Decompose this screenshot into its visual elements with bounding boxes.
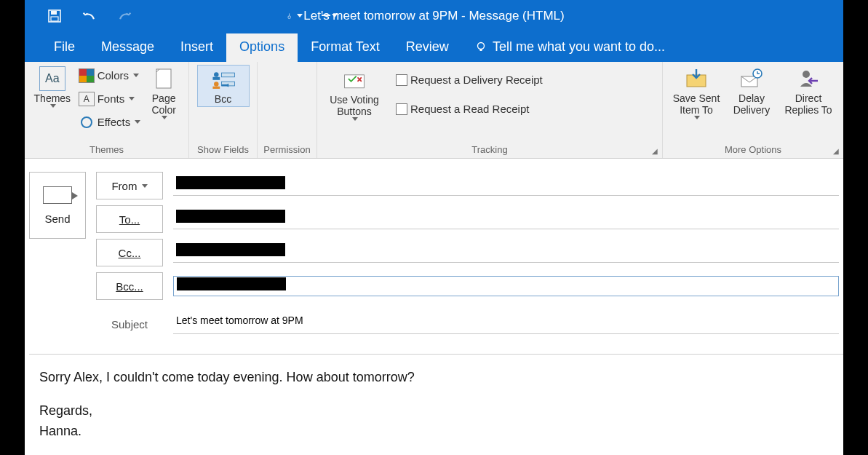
to-field[interactable]: user1@example.com: [173, 209, 839, 229]
delay-delivery-button[interactable]: Delay Delivery: [726, 65, 777, 116]
svg-rect-8: [212, 76, 220, 79]
svg-point-17: [803, 71, 810, 78]
permission-group-label: Permission: [263, 143, 311, 158]
voting-icon: [342, 68, 367, 92]
body-line: Regards,: [39, 403, 92, 418]
cc-field[interactable]: user2@example.com: [173, 242, 839, 263]
ribbon-tabs: File Message Insert Options Format Text …: [25, 32, 843, 62]
tab-insert[interactable]: Insert: [167, 33, 226, 62]
colors-button[interactable]: Colors: [79, 66, 141, 85]
tab-file[interactable]: File: [41, 33, 88, 62]
from-button[interactable]: From: [96, 172, 163, 199]
svg-rect-11: [221, 73, 234, 77]
ribbon-body: Aa Themes Colors A Fonts: [25, 62, 843, 159]
svg-rect-1: [51, 11, 57, 15]
themes-group-label: Themes: [31, 143, 183, 158]
svg-point-3: [477, 43, 484, 50]
tab-review[interactable]: Review: [393, 33, 462, 62]
svg-point-7: [214, 72, 218, 76]
tab-format-text[interactable]: Format Text: [298, 33, 393, 62]
to-button[interactable]: To...: [96, 205, 163, 233]
colors-icon: [79, 68, 95, 83]
bcc-toggle-button[interactable]: Bcc: [197, 65, 250, 107]
tracking-launcher-icon[interactable]: ◢: [650, 147, 659, 157]
body-line: Hanna.: [39, 424, 81, 438]
title-bar: Let's meet tomorrow at 9PM - Message (HT…: [25, 0, 843, 32]
body-line: Sorry Alex, I couldn't come today evenin…: [39, 368, 833, 388]
page-color-button[interactable]: Page Color: [145, 65, 183, 119]
tab-message[interactable]: Message: [88, 33, 167, 62]
fonts-button[interactable]: A Fonts: [79, 90, 141, 108]
themes-button[interactable]: Aa Themes: [31, 65, 74, 108]
save-sent-icon: [684, 66, 709, 91]
tracking-group-label: Tracking: [323, 143, 656, 158]
svg-rect-4: [479, 49, 482, 51]
tab-options[interactable]: Options: [226, 33, 298, 62]
svg-rect-6: [156, 69, 171, 88]
more-options-group-label: More Options: [669, 143, 837, 158]
direct-replies-icon: [796, 66, 821, 91]
direct-replies-to-button[interactable]: Direct Replies To: [779, 65, 838, 116]
bcc-button[interactable]: Bcc...: [96, 272, 163, 300]
bcc-icon: [211, 67, 236, 92]
delay-delivery-icon: [739, 66, 764, 91]
from-field[interactable]: user0@example.com: [173, 175, 839, 196]
save-icon[interactable]: [47, 8, 63, 24]
subject-field[interactable]: Let's meet tomorrow at 9PM: [173, 314, 839, 334]
show-fields-group-label: Show Fields: [195, 143, 251, 158]
checkbox-icon: [396, 74, 407, 86]
subject-label: Subject: [96, 310, 163, 338]
touch-mode-icon[interactable]: [287, 8, 303, 24]
use-voting-buttons[interactable]: Use Voting Buttons: [323, 66, 386, 121]
undo-icon[interactable]: [81, 8, 97, 24]
svg-point-9: [214, 82, 218, 86]
tell-me-label: Tell me what you want to do...: [493, 39, 665, 55]
message-body[interactable]: Sorry Alex, I couldn't come today evenin…: [29, 354, 843, 455]
request-read-receipt[interactable]: Request a Read Receipt: [396, 100, 543, 119]
cc-button[interactable]: Cc...: [96, 239, 163, 266]
more-options-launcher-icon[interactable]: ◢: [832, 147, 840, 157]
svg-rect-2: [51, 17, 58, 21]
svg-point-5: [81, 117, 92, 127]
effects-button[interactable]: Effects: [79, 113, 141, 132]
save-sent-item-to-button[interactable]: Save Sent Item To: [668, 65, 725, 119]
bcc-field[interactable]: user3@example.com: [173, 276, 839, 296]
tell-me-search[interactable]: Tell me what you want to do...: [462, 33, 678, 62]
compose-area: Send From user0@example.com To... user1@…: [25, 159, 843, 455]
svg-rect-10: [212, 86, 220, 88]
fonts-icon: A: [79, 92, 95, 106]
send-button[interactable]: Send: [29, 172, 86, 239]
request-delivery-receipt[interactable]: Request a Delivery Receipt: [396, 71, 543, 90]
redo-icon[interactable]: [116, 8, 132, 24]
envelope-icon: [43, 186, 72, 204]
themes-label: Themes: [34, 92, 71, 104]
checkbox-icon: [396, 103, 407, 115]
qat-customize-icon[interactable]: [322, 8, 338, 24]
effects-icon: [79, 115, 95, 130]
